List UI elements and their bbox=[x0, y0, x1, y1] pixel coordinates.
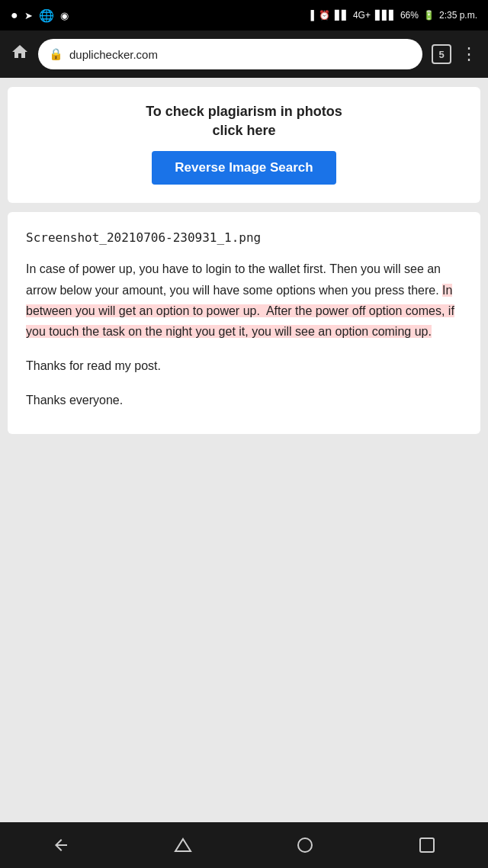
url-text: duplichecker.com bbox=[69, 48, 158, 61]
status-bar: ● ➤ 🌐 ◉ ▐ ⏰ ▋▋ 4G+ ▋▋▋ 66% 🔋 2:35 p.m. bbox=[0, 0, 488, 31]
card1-title: To check plagiarism in photos click here bbox=[26, 102, 462, 140]
main-content: To check plagiarism in photos click here… bbox=[0, 78, 488, 822]
send-icon: ➤ bbox=[24, 10, 33, 21]
battery-level: 66% bbox=[400, 10, 419, 21]
network-type: 4G+ bbox=[353, 10, 371, 21]
thanks-line-2: Thanks everyone. bbox=[26, 390, 462, 410]
lock-icon: 🔒 bbox=[49, 47, 63, 61]
address-bar[interactable]: 🔒 duplichecker.com bbox=[38, 39, 422, 69]
nav-bar bbox=[0, 822, 488, 868]
plagiarism-photo-card: To check plagiarism in photos click here… bbox=[8, 87, 480, 203]
status-bar-left: ● ➤ 🌐 ◉ bbox=[11, 8, 69, 23]
card1-title-line1: To check plagiarism in photos bbox=[146, 104, 342, 119]
nav-back-button[interactable] bbox=[42, 830, 80, 860]
signal-bars: ▋▋▋ bbox=[375, 10, 396, 21]
home-button[interactable] bbox=[11, 43, 29, 66]
thanks-line-1: Thanks for read my post. bbox=[26, 355, 462, 376]
globe-icon: 🌐 bbox=[39, 8, 54, 23]
file-name: Screenshot_20210706-230931_1.png bbox=[26, 230, 462, 245]
tab-count-badge[interactable]: 5 bbox=[432, 44, 451, 64]
svg-point-1 bbox=[298, 838, 312, 852]
notification-icon: ◉ bbox=[60, 10, 69, 21]
whatsapp-icon: ● bbox=[11, 8, 18, 22]
svg-rect-2 bbox=[420, 838, 434, 852]
clock-icon: ⏰ bbox=[319, 10, 330, 21]
svg-marker-0 bbox=[175, 839, 191, 851]
body-text-normal: In case of power up, you have to login t… bbox=[26, 262, 442, 296]
reverse-image-search-button[interactable]: Reverse Image Search bbox=[152, 151, 336, 185]
signal-icon: ▋▋ bbox=[335, 10, 348, 21]
nav-triangle-button[interactable] bbox=[164, 830, 202, 860]
battery-icon: 🔋 bbox=[423, 10, 435, 21]
browser-chrome: 🔒 duplichecker.com 5 ⋮ bbox=[0, 31, 488, 78]
nav-recent-button[interactable] bbox=[408, 830, 446, 860]
content-card: Screenshot_20210706-230931_1.png In case… bbox=[8, 212, 480, 433]
browser-menu-button[interactable]: ⋮ bbox=[461, 44, 477, 64]
card1-title-line2: click here bbox=[212, 123, 275, 138]
nav-home-button[interactable] bbox=[286, 830, 324, 860]
sim-icon: ▐ bbox=[307, 10, 314, 21]
time-display: 2:35 p.m. bbox=[439, 10, 477, 21]
status-bar-right: ▐ ⏰ ▋▋ 4G+ ▋▋▋ 66% 🔋 2:35 p.m. bbox=[307, 10, 477, 21]
body-text: In case of power up, you have to login t… bbox=[26, 259, 462, 342]
